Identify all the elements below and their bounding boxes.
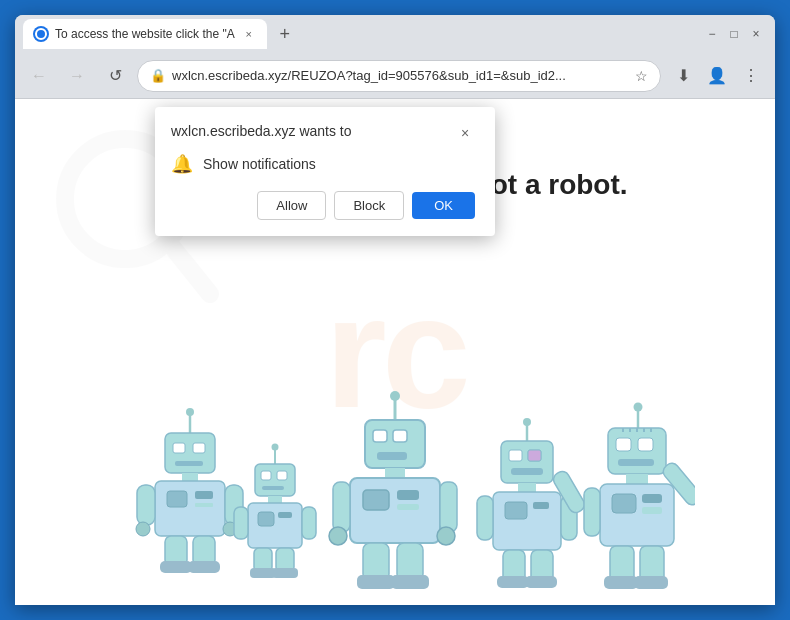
svg-rect-59 (509, 450, 522, 461)
minimize-button[interactable]: − (705, 27, 719, 41)
svg-rect-25 (277, 471, 287, 480)
svg-rect-40 (373, 430, 387, 442)
new-tab-button[interactable]: + (271, 20, 299, 48)
svg-rect-47 (397, 504, 419, 510)
dialog-buttons: Allow Block OK (171, 191, 475, 220)
svg-rect-8 (182, 473, 198, 481)
svg-rect-24 (261, 471, 271, 480)
svg-rect-4 (165, 433, 215, 473)
svg-rect-11 (195, 491, 213, 499)
svg-rect-49 (440, 482, 457, 532)
svg-rect-41 (393, 430, 407, 442)
svg-rect-72 (497, 576, 529, 588)
svg-rect-10 (167, 491, 187, 507)
svg-rect-23 (255, 464, 295, 496)
svg-point-38 (390, 391, 400, 401)
svg-rect-87 (612, 494, 636, 513)
tab-title: To access the website click the "A (55, 27, 235, 41)
bell-icon: 🔔 (171, 153, 193, 175)
svg-rect-29 (258, 512, 274, 526)
svg-rect-65 (505, 502, 527, 519)
svg-rect-94 (604, 576, 638, 589)
content-area: rc to confirm that you are not a robot. (15, 99, 775, 605)
svg-rect-62 (511, 468, 543, 475)
svg-point-57 (523, 418, 531, 426)
svg-rect-19 (160, 561, 192, 573)
robots-svg (95, 385, 695, 605)
svg-rect-58 (501, 441, 553, 483)
svg-rect-89 (642, 507, 662, 514)
svg-rect-55 (391, 575, 429, 589)
svg-rect-32 (302, 507, 316, 539)
svg-rect-28 (248, 503, 302, 548)
svg-rect-39 (365, 420, 425, 468)
svg-rect-76 (608, 428, 666, 474)
svg-rect-7 (175, 461, 203, 466)
svg-point-75 (634, 403, 643, 412)
svg-rect-42 (377, 452, 407, 460)
dialog-header: wxlcn.escribeda.xyz wants to × (171, 123, 475, 143)
dialog-permission-row: 🔔 Show notifications (171, 153, 475, 175)
browser-tab[interactable]: To access the website click the "A × (23, 19, 267, 49)
svg-rect-73 (525, 576, 557, 588)
extensions-button[interactable]: ⬇ (667, 60, 699, 92)
svg-rect-5 (173, 443, 185, 453)
robots-area (15, 385, 775, 605)
svg-rect-44 (350, 478, 440, 543)
svg-rect-88 (642, 494, 662, 503)
toolbar-right-buttons: ⬇ 👤 ⋮ (667, 60, 767, 92)
svg-rect-54 (357, 575, 395, 589)
svg-rect-86 (600, 484, 674, 546)
svg-rect-63 (518, 483, 536, 492)
svg-rect-27 (268, 496, 282, 503)
svg-point-51 (437, 527, 455, 545)
svg-point-3 (186, 408, 194, 416)
maximize-button[interactable]: □ (727, 27, 741, 41)
svg-rect-66 (533, 502, 549, 509)
reload-button[interactable]: ↺ (99, 60, 131, 92)
close-button[interactable]: × (749, 27, 763, 41)
svg-line-1 (170, 244, 210, 294)
svg-rect-95 (634, 576, 668, 589)
svg-rect-9 (155, 481, 225, 536)
dialog-close-button[interactable]: × (455, 123, 475, 143)
svg-rect-90 (584, 488, 600, 536)
permission-text: Show notifications (203, 156, 316, 172)
window-controls: − □ × (705, 27, 767, 41)
back-button[interactable]: ← (23, 60, 55, 92)
svg-rect-85 (626, 474, 648, 484)
title-bar: To access the website click the "A × + −… (15, 15, 775, 53)
allow-button[interactable]: Allow (257, 191, 326, 220)
svg-rect-31 (234, 507, 248, 539)
menu-button[interactable]: ⋮ (735, 60, 767, 92)
svg-rect-26 (262, 486, 284, 490)
block-button[interactable]: Block (334, 191, 404, 220)
ok-button[interactable]: OK (412, 192, 475, 219)
bookmark-icon[interactable]: ☆ (635, 68, 648, 84)
profile-button[interactable]: 👤 (701, 60, 733, 92)
svg-point-22 (272, 444, 279, 451)
svg-point-15 (136, 522, 150, 536)
browser-toolbar: ← → ↺ 🔒 wxlcn.escribeda.xyz/REUZOA?tag_i… (15, 53, 775, 99)
svg-rect-20 (188, 561, 220, 573)
svg-rect-36 (272, 568, 298, 578)
svg-rect-77 (616, 438, 631, 451)
svg-rect-43 (385, 468, 405, 478)
svg-rect-12 (195, 503, 213, 507)
address-bar[interactable]: 🔒 wxlcn.escribeda.xyz/REUZOA?tag_id=9055… (137, 60, 661, 92)
lock-icon: 🔒 (150, 68, 166, 83)
svg-rect-67 (477, 496, 493, 540)
forward-button[interactable]: → (61, 60, 93, 92)
svg-rect-6 (193, 443, 205, 453)
dialog-title: wxlcn.escribeda.xyz wants to (171, 123, 352, 139)
svg-point-50 (329, 527, 347, 545)
svg-rect-79 (618, 459, 654, 466)
svg-rect-48 (333, 482, 350, 532)
svg-rect-46 (397, 490, 419, 500)
tab-close-button[interactable]: × (241, 26, 257, 42)
svg-rect-61 (528, 450, 541, 461)
tab-favicon (33, 26, 49, 42)
address-text: wxlcn.escribeda.xyz/REUZOA?tag_id=905576… (172, 68, 629, 83)
browser-window: To access the website click the "A × + −… (15, 15, 775, 605)
notification-dialog: wxlcn.escribeda.xyz wants to × 🔔 Show no… (155, 107, 495, 236)
